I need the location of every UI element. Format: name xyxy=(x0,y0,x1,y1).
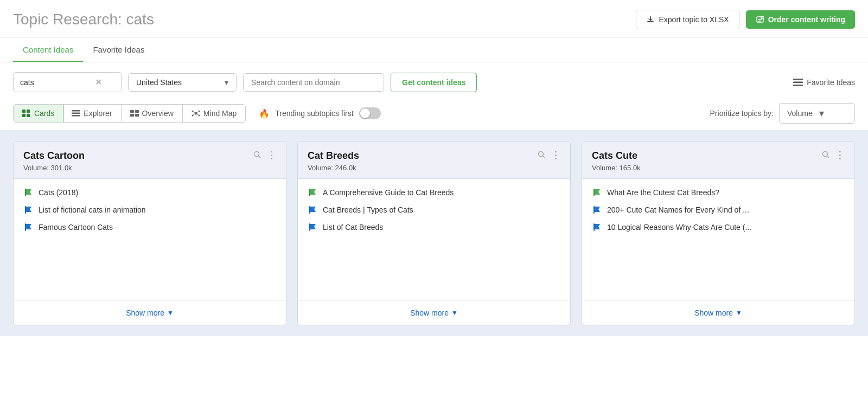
card-item-text-2-2: 10 Logical Reasons Why Cats Are Cute (..… xyxy=(607,223,751,232)
card-title-1: Cat Breeds xyxy=(308,150,359,162)
green-flag-icon xyxy=(592,188,602,197)
overview-label: Overview xyxy=(142,109,174,118)
svg-line-28 xyxy=(259,156,261,158)
card-search-icon-2[interactable] xyxy=(822,151,829,160)
svg-rect-11 xyxy=(72,110,80,112)
blue-flag-icon xyxy=(308,222,317,232)
card-item-0-1: List of fictional cats in animation xyxy=(23,205,276,215)
show-more-button-2[interactable]: Show more ▼ xyxy=(694,309,742,317)
get-ideas-button[interactable]: Get content ideas xyxy=(391,73,477,92)
show-more-button-0[interactable]: Show more ▼ xyxy=(126,309,174,317)
clear-keyword-icon[interactable]: ✕ xyxy=(95,77,102,87)
card-item-text-1-0: A Comprehensive Guide to Cat Breeds xyxy=(323,188,454,197)
view-tab-mindmap[interactable]: Mind Map xyxy=(183,105,245,122)
trending-toggle[interactable] xyxy=(359,107,381,119)
trending-toggle-area: 🔥 Trending subtopics first xyxy=(259,107,380,119)
svg-rect-31 xyxy=(25,223,26,231)
mindmap-icon xyxy=(192,110,200,117)
card-2: Cats CuteVolume: 165.0k ⋮ What Are the C… xyxy=(582,141,855,325)
svg-rect-12 xyxy=(72,113,80,114)
blue-flag-icon xyxy=(592,222,602,232)
domain-input[interactable] xyxy=(251,78,371,87)
card-header-icons-2: ⋮ xyxy=(822,150,845,160)
svg-rect-10 xyxy=(27,114,30,117)
card-item-2-0: What Are the Cutest Cat Breeds? xyxy=(592,188,845,197)
svg-rect-15 xyxy=(135,110,139,113)
blue-flag-icon xyxy=(308,205,317,215)
view-tab-explorer[interactable]: Explorer xyxy=(63,105,121,122)
svg-rect-34 xyxy=(309,189,310,196)
svg-point-22 xyxy=(198,115,200,117)
show-more-label-0: Show more xyxy=(126,309,164,317)
explorer-label: Explorer xyxy=(84,109,112,118)
view-tab-overview[interactable]: Overview xyxy=(122,105,183,122)
card-item-text-1-1: Cat Breeds | Types of Cats xyxy=(323,206,413,214)
tab-content-ideas[interactable]: Content Ideas xyxy=(13,37,83,62)
show-more-button-1[interactable]: Show more ▼ xyxy=(410,309,458,317)
overview-icon xyxy=(130,110,139,117)
svg-rect-7 xyxy=(22,110,25,113)
mindmap-label: Mind Map xyxy=(203,109,237,118)
green-flag-icon xyxy=(23,188,33,197)
explorer-icon xyxy=(72,110,80,117)
card-title-area-1: Cat BreedsVolume: 246.0k xyxy=(308,150,359,172)
card-title-2: Cats Cute xyxy=(592,150,641,162)
card-search-icon-0[interactable] xyxy=(253,151,261,160)
svg-point-3 xyxy=(761,16,764,19)
svg-point-19 xyxy=(192,111,193,112)
svg-line-25 xyxy=(193,114,194,115)
card-search-icon-1[interactable] xyxy=(538,151,545,160)
card-item-2-2: 10 Logical Reasons Why Cats Are Cute (..… xyxy=(592,222,845,232)
card-footer-1: Show more ▼ xyxy=(298,300,570,325)
page-title: Topic Research: cats xyxy=(13,11,154,28)
svg-rect-13 xyxy=(72,115,80,117)
volume-select[interactable]: Volume ▾ xyxy=(779,103,855,124)
card-title-area-0: Cats CartoonVolume: 301.0k xyxy=(23,150,85,172)
show-more-label-2: Show more xyxy=(694,309,733,317)
cards-area: Cats CartoonVolume: 301.0k ⋮ Cats (2018)… xyxy=(0,130,868,336)
keyword-input[interactable] xyxy=(20,78,91,87)
card-more-icon-1[interactable]: ⋮ xyxy=(551,150,560,160)
country-select[interactable]: United States ▾ xyxy=(128,73,237,92)
svg-rect-16 xyxy=(130,114,134,117)
keyword-input-wrap: ✕ xyxy=(13,72,122,92)
order-label: Order content writing xyxy=(768,15,845,24)
svg-rect-40 xyxy=(593,206,595,214)
svg-point-20 xyxy=(198,111,200,112)
tab-favorite-ideas[interactable]: Favorite Ideas xyxy=(83,37,154,62)
order-button[interactable]: Order content writing xyxy=(746,10,855,29)
card-more-icon-2[interactable]: ⋮ xyxy=(835,150,845,160)
export-label: Export topic to XLSX xyxy=(659,15,729,24)
card-header-icons-1: ⋮ xyxy=(538,150,560,160)
card-body-1: A Comprehensive Guide to Cat Breeds Cat … xyxy=(298,179,570,300)
svg-rect-9 xyxy=(22,114,25,117)
blue-flag-icon xyxy=(23,205,33,215)
volume-chevron-icon: ▾ xyxy=(819,107,847,119)
export-icon xyxy=(646,15,655,24)
svg-rect-8 xyxy=(27,110,30,113)
view-tab-cards[interactable]: Cards xyxy=(13,104,63,123)
card-volume-1: Volume: 246.0k xyxy=(308,164,359,172)
volume-value: Volume xyxy=(787,109,815,118)
title-keyword: cats xyxy=(126,11,154,28)
svg-line-26 xyxy=(197,114,198,115)
blue-flag-icon xyxy=(23,222,33,232)
favorite-ideas-link[interactable]: Favorite Ideas xyxy=(793,78,855,87)
card-more-icon-0[interactable]: ⋮ xyxy=(266,150,276,160)
page-header: Topic Research: cats Export topic to XLS… xyxy=(0,0,868,37)
domain-search-wrap xyxy=(243,73,384,92)
export-button[interactable]: Export topic to XLSX xyxy=(636,10,739,29)
search-bar-row: ✕ United States ▾ Get content ideas Favo… xyxy=(0,62,868,99)
card-body-0: Cats (2018) List of fictional cats in an… xyxy=(14,179,286,300)
order-icon xyxy=(756,15,764,24)
get-ideas-label: Get content ideas xyxy=(402,78,465,87)
favorite-ideas-label: Favorite Ideas xyxy=(807,78,855,87)
card-footer-2: Show more ▼ xyxy=(582,300,854,325)
header-actions: Export topic to XLSX Order content writi… xyxy=(636,10,855,29)
card-header-icons-0: ⋮ xyxy=(253,150,276,160)
card-item-1-2: List of Cat Breeds xyxy=(308,222,560,232)
card-header-2: Cats CuteVolume: 165.0k ⋮ xyxy=(582,142,854,179)
card-item-text-2-1: 200+ Cute Cat Names for Every Kind of ..… xyxy=(607,206,749,214)
card-volume-0: Volume: 301.0k xyxy=(23,164,85,172)
svg-line-33 xyxy=(543,156,545,158)
